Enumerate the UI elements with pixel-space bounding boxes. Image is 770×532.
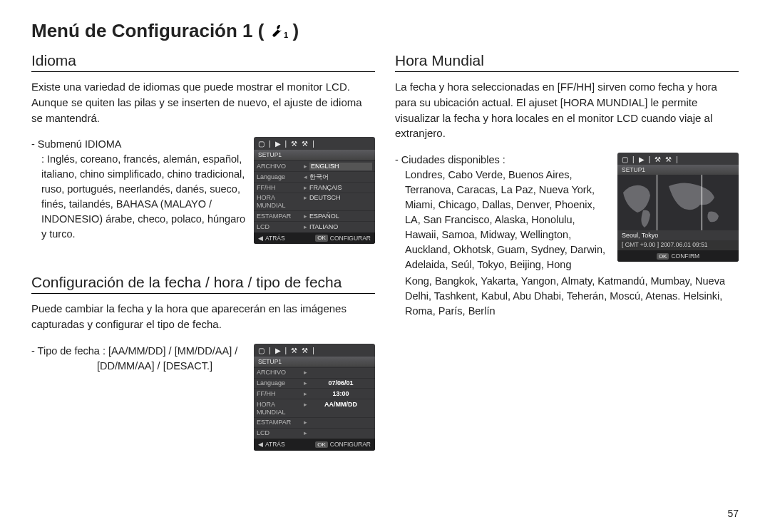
world-map-icon [617, 175, 739, 230]
idioma-sub-heading: - Submenú IDIOMA [31, 137, 247, 152]
content-columns: Idioma Existe una variedad de idiomas qu… [31, 49, 739, 503]
hora-cities-cont: Kong, Bangkok, Yakarta, Yangon, Almaty, … [395, 274, 739, 319]
svg-text:1: 1 [284, 31, 288, 39]
hora-subblock: - Ciudades disponibles : Londres, Cabo V… [395, 153, 739, 272]
wrench2-icon: ⚒ [665, 155, 672, 163]
lcd-gmt: [ GMT +9.00 ] 2007.06.01 09:51 [617, 240, 739, 250]
lcd-idioma: ▢| ▶| ⚒ ⚒| SETUP1 ARCHIVO▸ENGLISH Langua… [254, 137, 375, 244]
fecha-intro: Puede cambiar la fecha y la hora que apa… [31, 301, 375, 332]
back-icon: ◀ [258, 235, 263, 242]
fecha-subblock: - Tipo de fecha : [AA/MM/DD] / [MM/DD/AA… [31, 344, 375, 451]
rule [31, 71, 375, 72]
idioma-sub-body: : Inglés, coreano, francés, alemán, espa… [31, 152, 247, 242]
wrench-icon: ⚒ [291, 140, 297, 148]
page-title-prefix: Menú de Configuración 1 ( [31, 20, 264, 42]
page-number: 57 [31, 508, 739, 519]
fecha-sub-heading: - Tipo de fecha : [AA/MM/DD] / [MM/DD/AA… [31, 344, 247, 359]
wrench-1-icon: 1 [268, 23, 288, 40]
wrench2-icon: ⚒ [302, 140, 308, 148]
play-icon: ▶ [275, 347, 281, 355]
wrench-icon: ⚒ [654, 155, 661, 163]
page-title-suffix: ) [292, 20, 299, 42]
camera-icon: ▢ [622, 155, 628, 163]
lcd-footer: OKCONFIRM [617, 250, 739, 262]
lcd-rows: ARCHIVO▸ Language▸07/06/01 FF/HH▸13:00 H… [254, 367, 375, 439]
hora-intro: La fecha y hora seleccionadas en [FF/HH]… [395, 79, 739, 141]
rule [31, 293, 375, 294]
lcd-rows: ARCHIVO▸ENGLISH Language◂한국어 FF/HH▸FRANÇ… [254, 160, 375, 232]
right-column: Hora Mundial La fecha y hora seleccionad… [395, 49, 739, 503]
idioma-intro: Existe una variedad de idiomas que puede… [31, 79, 375, 126]
idioma-subtext: - Submenú IDIOMA : Inglés, coreano, fran… [31, 137, 247, 242]
page-title: Menú de Configuración 1 ( 1 ) [31, 20, 739, 42]
lcd-world-time: ▢| ▶| ⚒ ⚒| SETUP1 [617, 153, 739, 262]
hora-sub-heading: - Ciudades disponibles : [395, 153, 610, 168]
lcd-tabs: ▢| ▶| ⚒ ⚒| [254, 344, 375, 357]
play-icon: ▶ [275, 140, 281, 148]
fecha-title: Configuración de la fecha / hora / tipo … [31, 274, 375, 291]
camera-icon: ▢ [258, 347, 265, 355]
idioma-title: Idioma [31, 52, 375, 69]
lcd-header: SETUP1 [254, 150, 375, 160]
hora-cities-block: Londres, Cabo Verde, Buenos Aires, Terra… [395, 168, 610, 272]
idioma-subblock: - Submenú IDIOMA : Inglés, coreano, fran… [31, 137, 375, 244]
lcd-header: SETUP1 [254, 357, 375, 367]
lcd-fecha: ▢| ▶| ⚒ ⚒| SETUP1 ARCHIVO▸ Language▸07/0… [254, 344, 375, 451]
lcd-header: SETUP1 [617, 165, 739, 175]
lcd-tabs: ▢| ▶| ⚒ ⚒| [617, 153, 739, 165]
wrench2-icon: ⚒ [302, 347, 308, 355]
fecha-sub-body: [DD/MM/AA] / [DESACT.] [31, 359, 247, 374]
lcd-city: Seoul, Tokyo [617, 230, 739, 240]
camera-icon: ▢ [258, 140, 265, 148]
wrench-icon: ⚒ [291, 347, 297, 355]
manual-page: Menú de Configuración 1 ( 1 ) Idioma Exi… [0, 0, 770, 532]
rule [395, 71, 739, 72]
lcd-footer: ◀ATRÁS OKCONFIGURAR [254, 232, 375, 244]
left-column: Idioma Existe una variedad de idiomas qu… [31, 49, 375, 503]
fecha-subtext: - Tipo de fecha : [AA/MM/DD] / [MM/DD/AA… [31, 344, 247, 374]
lcd-tabs: ▢| ▶| ⚒ ⚒| [254, 137, 375, 150]
play-icon: ▶ [639, 155, 645, 163]
hora-subtext: - Ciudades disponibles : Londres, Cabo V… [395, 153, 610, 272]
lcd-footer: ◀ATRÁS OKCONFIGURAR [254, 439, 375, 450]
hora-title: Hora Mundial [395, 52, 739, 69]
back-icon: ◀ [258, 441, 263, 448]
